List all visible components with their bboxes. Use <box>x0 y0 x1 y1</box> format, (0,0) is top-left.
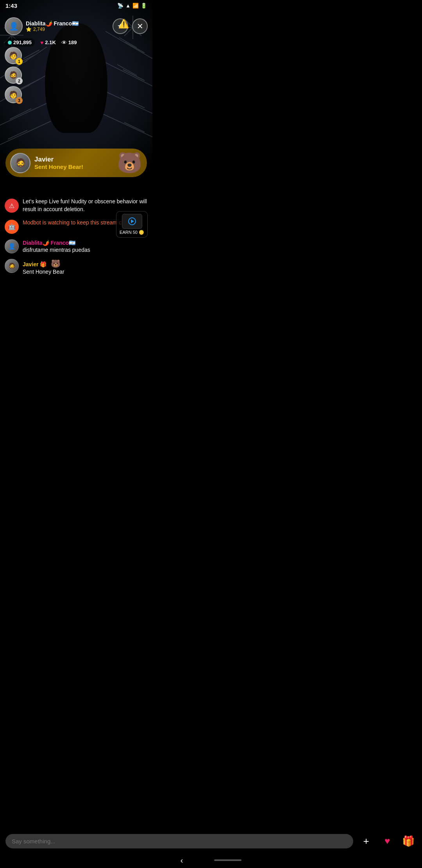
signal-icon: 📶 <box>132 3 139 9</box>
gift-sender-info: Javier Sent Honey Bear! <box>34 156 113 170</box>
gift-bear-icon: 🐻 <box>117 151 142 175</box>
leader-badge-2: 2 <box>16 77 23 84</box>
hearts-stat: ♥ 2.1K <box>40 39 56 46</box>
cast-icon: 📡 <box>117 3 123 9</box>
star-count: 2,749 <box>33 27 45 32</box>
chat-section: ⚠ Let's keep Live fun! Nudity or obscene… <box>0 188 152 285</box>
gift-sender-avatar: 🧔 <box>10 153 30 173</box>
svg-line-19 <box>123 70 145 81</box>
chat-text-1: disfrutame mientras puedas <box>23 246 148 253</box>
coins-stat: 291,895 <box>5 38 35 47</box>
warning-icon: ⚠ <box>5 199 19 213</box>
host-actions: ★ ✕ <box>113 18 148 34</box>
stats-row: 291,895 ♥ 2.1K 👁 189 <box>5 38 148 47</box>
chat-message-2: 🧔 Javier 🎁 🐻 Sent Honey Bear <box>5 259 148 275</box>
alert-icon[interactable]: ⚠️ <box>118 19 129 29</box>
wifi-icon: ▲ <box>125 3 131 9</box>
eye-icon: 👁 <box>61 39 67 46</box>
earn-label[interactable]: EARN 50 🪙 <box>120 230 144 235</box>
host-name-block: Diablita🌶️ Franco🇦🇷 ⭐ 2,749 <box>26 20 79 32</box>
hearts-value: 2.1K <box>45 39 55 45</box>
coins-value: 291,895 <box>13 39 32 45</box>
leaderboard: 🧑 1 🧔 2 🧑 3 <box>5 47 22 103</box>
earn-video-icon <box>122 214 142 229</box>
host-name: Diablita🌶️ Franco🇦🇷 <box>26 20 79 27</box>
bear-chat-icon: 🐻 <box>51 259 61 268</box>
chat-avatar-2[interactable]: 🧔 <box>5 259 19 273</box>
svg-line-23 <box>102 113 152 137</box>
status-icons: 📡 ▲ 📶 🔋 <box>117 3 147 9</box>
chat-content-1: Diablita🌶️ Franco🇦🇷 disfrutame mientras … <box>23 239 148 253</box>
leader-2[interactable]: 🧔 2 <box>5 66 22 84</box>
gift-action-text: Sent Honey Bear! <box>34 163 113 170</box>
chat-avatar-1[interactable]: 👤 <box>5 239 19 253</box>
modbot-icon: 🤖 <box>5 220 19 234</box>
leader-badge-1: 1 <box>16 58 23 65</box>
leader-3[interactable]: 🧑 3 <box>5 86 22 103</box>
coin-icon <box>8 41 12 45</box>
chat-content-2: Javier 🎁 🐻 Sent Honey Bear <box>23 259 148 275</box>
battery-icon: 🔋 <box>141 3 147 9</box>
svg-line-22 <box>121 97 145 108</box>
svg-line-10 <box>8 130 27 139</box>
top-overlay: 👤 Diablita🌶️ Franco🇦🇷 ⭐ 2,749 ★ ✕ 291,89… <box>0 14 152 50</box>
earn-play-icon <box>128 217 136 225</box>
chat-earn-row: 👤 Diablita🌶️ Franco🇦🇷 disfrutame mientra… <box>5 239 148 281</box>
chat-username-2: Javier 🎁 <box>23 261 46 267</box>
host-info: 👤 Diablita🌶️ Franco🇦🇷 ⭐ 2,749 <box>5 17 79 35</box>
gift-banner: 🧔 Javier Sent Honey Bear! 🐻 <box>5 149 147 177</box>
chat-text-2: Sent Honey Bear <box>23 268 148 275</box>
host-stars: ⭐ 2,749 <box>26 27 79 32</box>
earn-button[interactable]: EARN 50 🪙 <box>116 211 148 238</box>
views-value: 189 <box>68 39 77 45</box>
chat-username-1: Diablita🌶️ Franco🇦🇷 <box>23 240 75 246</box>
svg-line-24 <box>124 122 145 132</box>
views-stat: 👁 189 <box>61 39 77 46</box>
chat-message-1: 👤 Diablita🌶️ Franco🇦🇷 disfrutame mientra… <box>5 239 148 253</box>
gift-sender-name: Javier <box>34 156 113 163</box>
leader-badge-3: 3 <box>16 97 23 104</box>
status-time: 1:43 <box>5 2 17 9</box>
close-button[interactable]: ✕ <box>132 18 148 34</box>
heart-icon: ♥ <box>40 39 43 46</box>
star-icon: ⭐ <box>26 27 32 32</box>
leader-1[interactable]: 🧑 1 <box>5 47 22 64</box>
svg-line-9 <box>0 121 51 145</box>
chat-messages: 👤 Diablita🌶️ Franco🇦🇷 disfrutame mientra… <box>5 239 148 281</box>
svg-line-8 <box>10 109 31 119</box>
host-avatar[interactable]: 👤 <box>5 17 23 35</box>
status-bar: 1:43 📡 ▲ 📶 🔋 <box>0 0 152 11</box>
